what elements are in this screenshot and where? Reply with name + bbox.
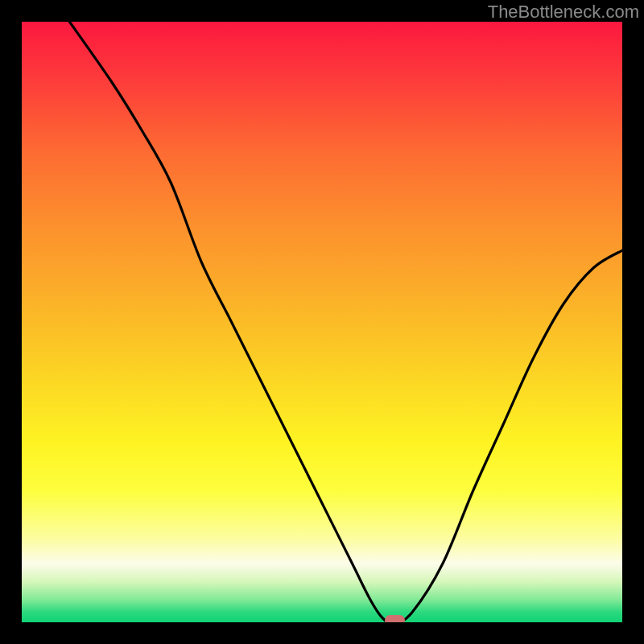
curve-path <box>68 20 624 624</box>
minimum-marker <box>385 615 405 625</box>
bottleneck-curve <box>20 20 624 624</box>
watermark-text: TheBottleneck.com <box>488 2 639 23</box>
chart-container: TheBottleneck.com <box>0 0 644 644</box>
plot-area <box>20 20 624 624</box>
